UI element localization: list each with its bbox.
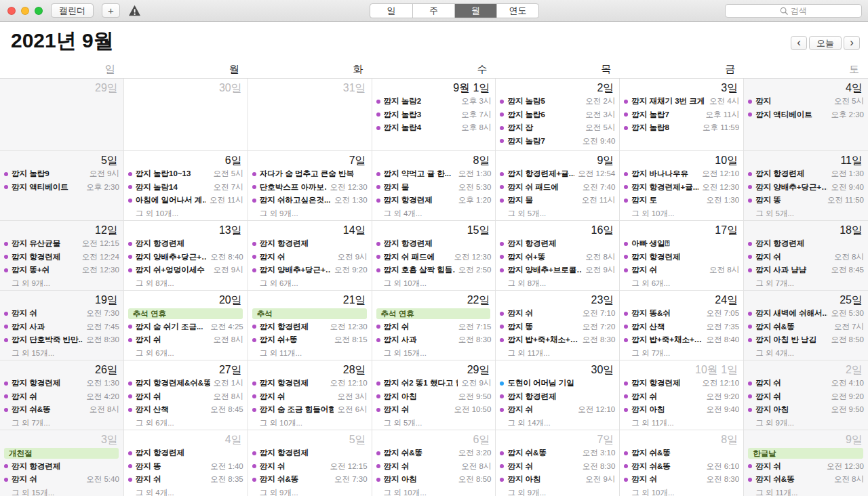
day-cell[interactable]: 31일 xyxy=(248,79,372,151)
day-cell[interactable]: 2일깜지 쉬오전 4:10깜지 쉬오전 9:20깜지 아침오전 9:50그 외 … xyxy=(744,360,868,430)
more-events-link[interactable]: 그 외 8개... xyxy=(500,277,615,291)
more-events-link[interactable]: 그 외 11개... xyxy=(500,347,615,360)
event[interactable]: 깜지 항경련제 xyxy=(4,460,119,474)
event[interactable]: 깜지 쉬 패드에오전 12:30 xyxy=(376,251,492,264)
day-cell[interactable]: 4일깜지 항경련제깜지 똥오전 1:40깜지 쉬오전 8:35그 외 4개... xyxy=(124,430,248,496)
event[interactable]: 도현이 어머님 기일 xyxy=(500,377,615,390)
event[interactable]: 깜지 단호박죽 반만...오전 8:30 xyxy=(4,333,119,347)
event[interactable]: 깜지 쉬오전 9:20 xyxy=(624,390,739,404)
event[interactable]: 깜지 쉬오전 4:20 xyxy=(4,390,119,404)
day-cell[interactable]: 28일깜지 항경련제오전 12:10깜지 쉬오전 3시깜지 숨 조금 힘들어함오… xyxy=(248,360,372,430)
more-events-link[interactable]: 그 외 10개... xyxy=(252,417,368,430)
event[interactable]: 자다가 숨 멈추고 큰숨 반복 xyxy=(252,167,368,181)
more-events-link[interactable]: 그 외 5개... xyxy=(500,207,615,221)
event[interactable]: 깜지 항경련제 xyxy=(252,447,368,460)
more-events-link[interactable]: 그 외 7개... xyxy=(624,347,739,360)
today-button[interactable]: 오늘 xyxy=(809,36,842,50)
event[interactable]: 단호박스프 아까보…오전 12:30 xyxy=(252,181,368,194)
day-cell[interactable]: 7일자다가 숨 멈추고 큰숨 반복단호박스프 아까보…오전 12:30깜지 쉬하… xyxy=(248,151,372,221)
event[interactable]: 깜지 쉬 패드에오전 7:40 xyxy=(500,181,615,194)
more-events-link[interactable]: 그 외 11개... xyxy=(252,347,368,360)
event[interactable]: 깜지 산책오전 7:35 xyxy=(624,321,739,334)
tab-month[interactable]: 월 xyxy=(454,4,496,18)
day-cell[interactable]: 7일깜지 쉬&똥오전 3:10깜지 쉬오전 8:30깜지 아침오전 9시그 외 … xyxy=(496,430,620,496)
event[interactable]: 깜지 아침오전 9:40 xyxy=(624,403,739,417)
event[interactable]: 깜지 쉬+똥오전 8:15 xyxy=(252,333,368,347)
more-events-link[interactable]: 그 외 6개... xyxy=(128,347,243,360)
event[interactable]: 깜지 쉬오전 8시 xyxy=(128,333,243,347)
event[interactable]: 깜지 쉬오전 8시 xyxy=(128,390,243,404)
event[interactable]: 깜지 잠오전 5시 xyxy=(500,121,615,135)
more-events-link[interactable]: 그 외 5개... xyxy=(376,417,492,430)
event[interactable]: 깜지 쉬&똥오전 3:20 xyxy=(376,447,492,460)
warning-icon[interactable] xyxy=(128,5,141,16)
day-cell[interactable]: 18일깜지 항경련제깜지 쉬오전 8시깜지 사과 냠냠오전 8:45그 외 7개… xyxy=(744,221,868,291)
event[interactable]: 깜지 항경련제 xyxy=(252,237,368,251)
event[interactable]: 깜지 물오전 5:30 xyxy=(376,181,492,194)
event[interactable]: 깜지 똥오전 11:50 xyxy=(748,194,864,207)
event[interactable]: 깜지 항경련제오전 12:10 xyxy=(252,377,368,390)
event[interactable]: 아침에 일어나서 계…오전 11시 xyxy=(128,194,243,207)
day-cell[interactable]: 15일깜지 항경련제깜지 쉬 패드에오전 12:30깜지 호흡 살짝 힘들…오전… xyxy=(372,221,496,291)
event[interactable]: 깜지 항경련제오후 1:20 xyxy=(376,194,492,207)
event[interactable]: 깜지 항경련제+귤...오전 12:54 xyxy=(500,167,615,181)
event[interactable]: 깜지 항경련제&쉬&똥오전 1시 xyxy=(128,377,243,390)
event[interactable]: 깜지 놀람7오후 11시 xyxy=(624,108,739,122)
minimize-button[interactable] xyxy=(21,7,29,15)
event[interactable]: 깜지 쉬하고싶은것...오전 1:30 xyxy=(252,194,368,207)
event[interactable]: 깜지 놀람2오후 3시 xyxy=(376,95,492,108)
event[interactable]: 깜지 쉬오전 9시 xyxy=(252,251,368,264)
event[interactable]: 깜지 사과오전 8:30 xyxy=(376,333,492,347)
event[interactable]: 깜지 항경련제 xyxy=(128,447,243,460)
event[interactable]: 깜지 산책오전 8:45 xyxy=(128,403,243,417)
holiday-banner[interactable]: 한글날 xyxy=(748,448,863,459)
day-cell[interactable]: 23일깜지 쉬오전 7:10깜지 똥오전 7:20깜지 밥+죽+채소+…오전 8… xyxy=(496,291,620,360)
event[interactable]: 깜지 액티베이트오후 2:30 xyxy=(4,181,119,194)
event[interactable]: 깜지 항경련제 xyxy=(128,237,243,251)
day-cell[interactable]: 26일깜지 항경련제오전 1:30깜지 쉬오전 4:20깜지 쉬&똥오전 8시그… xyxy=(0,360,124,430)
day-cell[interactable]: 10일깜지 바나나우유오전 12:10깜지 항경련제+귤...오전 12:30깜… xyxy=(620,151,744,221)
event[interactable]: 깜지 쉬오전 8시 xyxy=(376,460,492,474)
event[interactable]: 깜지 아침오전 9:50 xyxy=(748,403,864,417)
event[interactable]: 깜지 양배추+브로콜…오전 9시 xyxy=(500,264,615,277)
event[interactable]: 깜지 항경련제 xyxy=(376,237,492,251)
event[interactable]: 깜지 물오전 11시 xyxy=(500,194,615,207)
more-events-link[interactable]: 그 외 6개... xyxy=(128,417,243,430)
day-cell[interactable]: 3일깜지 재채기 3번 크게오전 4시깜지 놀람7오후 11시깜지 놀람8오후 … xyxy=(620,79,744,151)
search-input[interactable]: 검색 xyxy=(725,4,862,18)
day-cell[interactable]: 2일깜지 놀람5오전 2시깜지 놀람6오전 3시깜지 잠오전 5시깜지 놀람7오… xyxy=(496,79,620,151)
day-cell[interactable]: 17일아빠 생일⍰깜지 항경련제깜지 쉬오전 8시그 외 6개... xyxy=(620,221,744,291)
day-cell[interactable]: 16일깜지 항경련제깜지 쉬+똥오전 8시깜지 양배추+브로콜…오전 9시그 외… xyxy=(496,221,620,291)
event[interactable]: 깜지 항경련제오전 12:24 xyxy=(4,251,119,264)
more-events-link[interactable]: 그 외 10개... xyxy=(624,207,739,221)
event[interactable]: 깜지 밥+죽+채소+…오전 8:30 xyxy=(500,333,615,347)
more-events-link[interactable]: 그 외 9개... xyxy=(4,277,119,291)
holiday-banner[interactable]: 개천절 xyxy=(4,448,119,459)
event[interactable]: 깜지 아침오전 8:50 xyxy=(376,473,492,487)
event[interactable]: 깜지 놀람5오전 2시 xyxy=(500,95,615,108)
event[interactable]: 깜지 아침오전 9:50 xyxy=(376,390,492,404)
event[interactable]: 깜지 똥+쉬오전 12:30 xyxy=(4,264,119,277)
event[interactable]: 깜지 항경련제+귤...오전 12:30 xyxy=(624,181,739,194)
more-events-link[interactable]: 그 외 8개... xyxy=(128,277,243,291)
day-cell[interactable]: 25일깜지 새벽에 쉬해서...오전 5:30깜지 쉬&똥오전 7시깜지 아침 … xyxy=(744,291,868,360)
more-events-link[interactable]: 그 외 7개... xyxy=(4,417,119,430)
more-events-link[interactable]: 그 외 15개... xyxy=(4,487,119,496)
event[interactable]: 깜지 양배추+당근+…오전 9:40 xyxy=(748,181,864,194)
event[interactable]: 깜지 항경련제 xyxy=(500,390,615,404)
tab-week[interactable]: 주 xyxy=(412,4,454,18)
event[interactable]: 깜지 항경련제오전 1:30 xyxy=(748,167,864,181)
event[interactable]: 깜지 호흡 살짝 힘들…오전 2:50 xyxy=(376,264,492,277)
event[interactable]: 깜지 쉬+똥오전 8시 xyxy=(500,251,615,264)
event[interactable]: 깜지 토오전 1:30 xyxy=(624,194,739,207)
day-cell[interactable]: 3일개천절깜지 항경련제깜지 쉬오전 5:40그 외 15개... xyxy=(0,430,124,496)
event[interactable]: 깜지 쉬&똥오전 7:30 xyxy=(252,473,368,487)
day-cell[interactable]: 29일 xyxy=(0,79,124,151)
day-cell[interactable]: 9일깜지 항경련제+귤...오전 12:54깜지 쉬 패드에오전 7:40깜지 … xyxy=(496,151,620,221)
more-events-link[interactable]: 그 외 4개... xyxy=(376,207,492,221)
more-events-link[interactable]: 그 외 10개... xyxy=(376,277,492,291)
event[interactable]: 깜지 쉬오전 12:30 xyxy=(748,460,864,474)
more-events-link[interactable]: 그 외 10개... xyxy=(376,487,492,496)
calendars-button[interactable]: 캘린더 xyxy=(51,3,94,18)
event[interactable]: 깜지 쉬오전 7:10 xyxy=(500,307,615,321)
